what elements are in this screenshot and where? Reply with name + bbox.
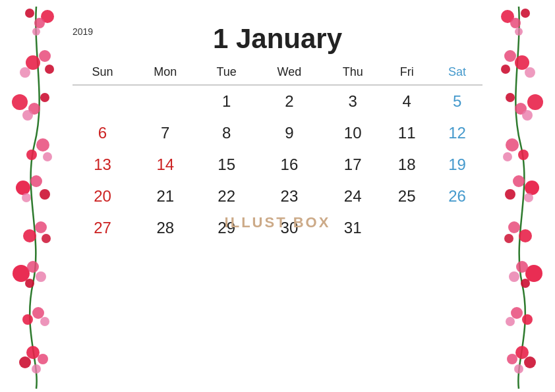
svg-point-59: [511, 307, 523, 319]
left-vine-decoration: [0, 0, 69, 392]
svg-point-50: [505, 189, 515, 200]
day-cell: 14: [132, 149, 198, 181]
svg-point-43: [506, 93, 515, 102]
svg-point-49: [513, 175, 525, 187]
header-fri: Fri: [382, 61, 432, 85]
day-cell: 12: [432, 117, 482, 149]
svg-point-56: [516, 261, 528, 273]
svg-point-35: [521, 9, 530, 18]
day-cell: 10: [324, 117, 382, 149]
svg-point-44: [522, 110, 533, 121]
day-cell: 13: [73, 149, 132, 181]
day-cell: 19: [432, 149, 482, 181]
svg-point-7: [20, 67, 30, 78]
svg-point-30: [38, 354, 48, 364]
svg-point-47: [503, 152, 512, 161]
svg-point-51: [524, 193, 533, 202]
svg-point-27: [22, 314, 33, 325]
day-cell: [132, 85, 198, 117]
day-cell: 15: [198, 149, 255, 181]
svg-point-13: [26, 150, 37, 160]
svg-point-60: [522, 314, 533, 325]
svg-point-34: [510, 18, 521, 28]
svg-point-6: [45, 65, 54, 74]
week-row-3: 13 14 15 16 17 18 19: [73, 149, 482, 181]
svg-point-11: [22, 110, 33, 121]
svg-point-14: [43, 152, 52, 161]
day-cell: 18: [382, 149, 432, 181]
svg-point-54: [504, 234, 513, 243]
svg-point-17: [40, 189, 50, 200]
svg-point-63: [507, 354, 517, 364]
svg-point-38: [515, 55, 529, 70]
svg-point-16: [30, 175, 42, 187]
day-cell: 6: [73, 117, 132, 149]
svg-point-61: [506, 317, 515, 326]
svg-point-31: [19, 356, 31, 368]
day-cell: 20: [73, 181, 132, 212]
svg-point-23: [27, 261, 39, 273]
day-cell: 2: [255, 85, 324, 117]
day-cell: 23: [255, 181, 324, 212]
svg-point-53: [519, 229, 532, 242]
day-cell: 9: [255, 117, 324, 149]
month-title: 1 January: [73, 20, 482, 55]
day-cell: 26: [432, 181, 482, 212]
calendar-table: Sun Mon Tue Wed Thu Fri Sat 1 2 3 4 5: [73, 61, 482, 244]
day-cell: [432, 212, 482, 244]
year-label: 2019: [73, 26, 93, 37]
day-cell: 16: [255, 149, 324, 181]
day-cell: 11: [382, 117, 432, 149]
header-sun: Sun: [73, 61, 132, 85]
svg-point-58: [521, 279, 530, 288]
right-vine-decoration: [486, 0, 555, 392]
svg-point-41: [527, 94, 543, 110]
day-cell: 31: [324, 212, 382, 244]
header-mon: Mon: [132, 61, 198, 85]
svg-point-26: [32, 307, 44, 319]
day-cell: 29: [198, 212, 255, 244]
svg-point-29: [26, 346, 40, 359]
svg-point-36: [515, 28, 523, 36]
day-cell: 21: [132, 181, 198, 212]
svg-point-15: [16, 181, 30, 195]
day-cell: 27: [73, 212, 132, 244]
svg-point-18: [22, 193, 31, 202]
day-cell: 17: [324, 149, 382, 181]
header-tue: Tue: [198, 61, 255, 85]
svg-point-19: [35, 221, 47, 233]
day-cell: 22: [198, 181, 255, 212]
svg-point-5: [26, 55, 40, 70]
day-cell: 7: [132, 117, 198, 149]
day-cell: 8: [198, 117, 255, 149]
svg-point-21: [42, 234, 51, 243]
day-cell: 5: [432, 85, 482, 117]
svg-point-40: [525, 67, 535, 78]
week-row-2: 6 7 8 9 10 11 12: [73, 117, 482, 149]
day-cell: 3: [324, 85, 382, 117]
svg-point-48: [525, 181, 539, 195]
svg-point-2: [25, 9, 34, 18]
header-thu: Thu: [324, 61, 382, 85]
header-sat: Sat: [432, 61, 482, 85]
day-cell: 4: [382, 85, 432, 117]
svg-point-25: [25, 279, 34, 288]
svg-point-45: [506, 138, 519, 152]
svg-point-8: [12, 94, 28, 110]
svg-point-52: [508, 221, 520, 233]
day-cell: [382, 212, 432, 244]
day-cell: [73, 85, 132, 117]
svg-point-46: [518, 150, 529, 160]
day-cell: 25: [382, 181, 432, 212]
svg-point-20: [23, 229, 36, 242]
week-row-1: 1 2 3 4 5: [73, 85, 482, 117]
svg-point-39: [501, 65, 510, 74]
svg-point-57: [509, 271, 519, 282]
svg-point-32: [32, 364, 41, 374]
week-row-5: 27 28 29 30 31: [73, 212, 482, 244]
svg-point-37: [504, 50, 516, 62]
svg-point-10: [40, 93, 49, 102]
svg-point-28: [40, 317, 49, 326]
day-cell: 28: [132, 212, 198, 244]
day-cell: 1: [198, 85, 255, 117]
